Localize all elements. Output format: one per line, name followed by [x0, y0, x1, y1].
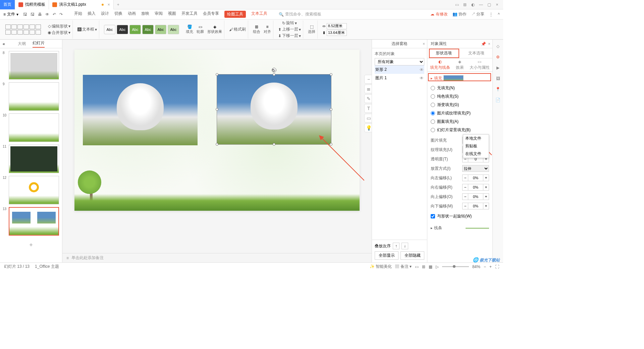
- slide-canvas[interactable]: ↻ − ≣ ✎ T ▭ 💡: [74, 50, 360, 211]
- tab-insert[interactable]: 插入: [88, 11, 96, 18]
- height-input[interactable]: [327, 30, 347, 36]
- ol-input[interactable]: [468, 174, 483, 181]
- radio-no-fill[interactable]: 无填充(N): [431, 84, 489, 92]
- ol-dec[interactable]: −: [462, 174, 468, 181]
- outline-icon[interactable]: ▭: [199, 24, 202, 29]
- tab-document[interactable]: 演示文稿1.pptx×: [49, 0, 114, 9]
- save-icon[interactable]: 🖫: [23, 12, 27, 17]
- handle-ne[interactable]: [330, 73, 332, 76]
- radio-gradient-fill[interactable]: 渐变填充(G): [431, 101, 489, 109]
- coop-button[interactable]: 👥 协作: [452, 11, 467, 17]
- redo-icon[interactable]: ↷: [59, 12, 63, 17]
- shape-gallery[interactable]: [5, 24, 41, 35]
- saveas-icon[interactable]: 🖫: [31, 12, 35, 17]
- tab-slideshow[interactable]: 放映: [141, 11, 149, 18]
- rotate-button[interactable]: ↻ 旋转 ▾: [282, 20, 297, 26]
- tab-animation[interactable]: 动画: [128, 11, 136, 18]
- or-dec[interactable]: −: [462, 184, 468, 191]
- view-sorter-icon[interactable]: ⊞: [422, 264, 425, 269]
- rside-diamond-icon[interactable]: ◇: [495, 43, 501, 50]
- tab-start[interactable]: 开始: [74, 11, 82, 18]
- fill-section-header[interactable]: ▸ 填充: [431, 75, 489, 81]
- tab-dev[interactable]: 开发工具: [181, 11, 198, 18]
- tab-template[interactable]: 找稻壳模板: [15, 0, 49, 9]
- image-left[interactable]: [83, 75, 198, 145]
- style-6[interactable]: Abc: [168, 25, 179, 34]
- rotate-with-shape[interactable]: 与形状一起旋转(W): [431, 212, 489, 220]
- thumb-8[interactable]: 8: [3, 51, 59, 80]
- minimize-icon[interactable]: —: [478, 2, 484, 7]
- float-minus[interactable]: −: [364, 75, 372, 84]
- dropdown-local[interactable]: 本地文件: [463, 135, 489, 142]
- thumb-13[interactable]: 13: [3, 207, 59, 236]
- select-icon[interactable]: ⬚: [310, 24, 314, 29]
- eye-icon[interactable]: 👁: [420, 76, 424, 81]
- handle-n[interactable]: [273, 73, 275, 76]
- slides-tab[interactable]: 幻灯片: [33, 40, 45, 48]
- add-slide-button[interactable]: +: [0, 238, 62, 252]
- style-4[interactable]: Abc: [142, 25, 154, 34]
- thumb-12[interactable]: 12: [3, 176, 59, 204]
- dropdown-clipboard[interactable]: 剪贴板: [463, 142, 489, 150]
- notes-bar[interactable]: ≡ 单击此处添加备注: [62, 253, 372, 262]
- more-icon[interactable]: ⋮: [489, 12, 493, 17]
- thumb-11[interactable]: 11: [3, 145, 59, 173]
- file-menu[interactable]: ≡ 文件 ▾: [3, 11, 18, 17]
- rside-doc-icon[interactable]: 📄: [495, 97, 501, 103]
- preview-icon[interactable]: 👁: [45, 12, 49, 17]
- rside-settings-icon[interactable]: ⚙: [495, 54, 501, 60]
- handle-e[interactable]: [330, 108, 332, 111]
- rside-pic-icon[interactable]: 🖼: [495, 75, 501, 82]
- grid-icon[interactable]: ⊞: [462, 2, 468, 7]
- edit-shape-button[interactable]: ◇ 编辑形状 ▾: [48, 23, 70, 29]
- beautify-button[interactable]: ✨ 智能美化: [370, 264, 392, 269]
- close-pane-icon[interactable]: ×: [423, 42, 425, 46]
- handle-s[interactable]: [273, 143, 275, 146]
- tab-design[interactable]: 设计: [101, 11, 109, 18]
- collapse-icon[interactable]: ^: [498, 12, 500, 17]
- search-box[interactable]: 🔍 查找命令、搜索模板: [279, 11, 321, 17]
- thumb-10[interactable]: 10: [3, 113, 59, 142]
- ol-inc[interactable]: +: [483, 174, 489, 181]
- ot-inc[interactable]: +: [483, 193, 489, 200]
- ob-input[interactable]: [468, 203, 483, 209]
- float-text[interactable]: T: [364, 104, 372, 113]
- share-button[interactable]: ↗ 分享: [471, 11, 484, 17]
- maximize-icon[interactable]: ▢: [486, 2, 492, 7]
- send-backward-button[interactable]: ⬇ 下移一层 ▾: [278, 33, 301, 39]
- layout-icon[interactable]: ▭: [454, 2, 460, 7]
- style-5[interactable]: Abc: [155, 25, 166, 34]
- width-input[interactable]: [327, 23, 347, 29]
- object-rect2[interactable]: 矩形 2👁: [375, 65, 424, 74]
- rside-loc-icon[interactable]: 📍: [495, 86, 501, 93]
- show-all-button[interactable]: 全部显示: [375, 251, 398, 260]
- group-icon[interactable]: ⊞: [255, 24, 258, 29]
- outline-tab[interactable]: 大纲: [18, 41, 26, 47]
- notes-button[interactable]: ▤ 备注 ▾: [395, 264, 412, 269]
- zoom-slider[interactable]: [442, 266, 469, 267]
- ot-input[interactable]: [468, 193, 483, 200]
- user-icon[interactable]: ◐: [470, 2, 476, 7]
- tab-transition[interactable]: 切换: [114, 11, 122, 18]
- float-bulb[interactable]: 💡: [364, 123, 372, 132]
- float-rect[interactable]: ▭: [364, 114, 372, 122]
- add-tab[interactable]: +: [114, 2, 123, 7]
- shape-options-tab[interactable]: 形状选项: [427, 48, 460, 58]
- handle-sw[interactable]: [216, 143, 218, 146]
- move-up-button[interactable]: ↑: [393, 243, 399, 249]
- view-normal-icon[interactable]: ▭: [415, 264, 419, 269]
- ot-dec[interactable]: −: [462, 193, 468, 200]
- pin-icon[interactable]: 📌: [481, 42, 486, 46]
- fill-icon[interactable]: 🪣: [187, 24, 192, 29]
- pending-changes[interactable]: ☁ 有修改: [430, 11, 447, 17]
- size-tab[interactable]: ▭大小与属性: [470, 59, 490, 70]
- rectangle-selected[interactable]: ↻: [217, 74, 331, 145]
- collapse-panel-icon[interactable]: «: [3, 42, 5, 46]
- format-painter-button[interactable]: 🖌 格式刷: [229, 27, 246, 32]
- fill-line-tab[interactable]: ◐填充与线条: [430, 59, 450, 70]
- close-prop-icon[interactable]: ×: [488, 42, 490, 46]
- effect-icon[interactable]: ◈: [213, 24, 216, 29]
- handle-se[interactable]: [330, 143, 332, 146]
- close-icon[interactable]: ×: [108, 2, 110, 7]
- handle-w[interactable]: [216, 108, 218, 111]
